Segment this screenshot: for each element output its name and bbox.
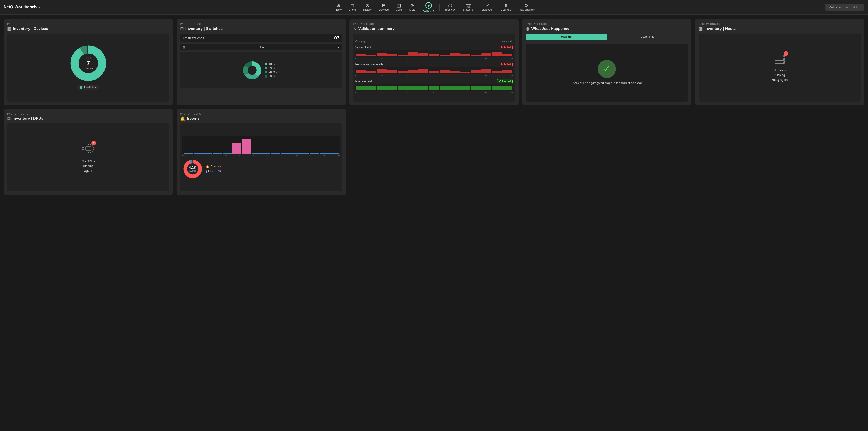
nav-label-card: Card (396, 8, 402, 11)
bar (387, 54, 397, 56)
bar (502, 86, 512, 90)
nav-btn-clear[interactable]: ⊗ Clear (406, 2, 419, 13)
x-label: 16 (407, 57, 409, 59)
nav-label-refresh: Refresh ▾ (423, 9, 434, 12)
switches-content: Fresh switches 07 ⊟ Disk ▾ (180, 34, 342, 89)
disk-label-2: 28.00 GB (269, 71, 280, 74)
snapshot-icon: 📷 (466, 3, 471, 8)
bar (492, 86, 502, 90)
error-count: 4k (218, 165, 221, 168)
legend-dot (80, 87, 82, 89)
info-icon: ℹ (206, 170, 207, 173)
nav-btn-topology[interactable]: ⬡ Topology (441, 2, 459, 13)
tab-errors[interactable]: 0 Errors (526, 34, 607, 40)
events-legend: 🔥 Error 4k ℹ Info 37 (206, 165, 221, 173)
nav-btn-refresh[interactable]: ⊛ Refresh ▾ (420, 1, 437, 13)
bar (450, 53, 460, 56)
events-chart: 08 10 12 14 16 18 20 22 00 02 04 06 (182, 136, 340, 157)
topology-icon: ⬡ (448, 3, 452, 8)
x-label: 20 (433, 74, 435, 76)
devices-donut-center: Total 7 Devices (84, 57, 93, 70)
bar (203, 153, 212, 154)
bar (429, 86, 439, 90)
switches-title: ⊟ Inventory | Switches (180, 26, 342, 31)
bar (439, 86, 450, 90)
card-inventory-switches: Past 24 hours ⊟ Inventory | Switches Fre… (177, 19, 346, 105)
bar (460, 72, 470, 73)
bar (492, 53, 502, 56)
bar (271, 153, 280, 154)
history-icon: ⊙ (366, 3, 369, 8)
x-label: 08 (355, 57, 358, 59)
disk-label-3: 30 GB (269, 75, 276, 78)
bar (356, 70, 366, 73)
bar (492, 71, 502, 73)
nav-btn-validation[interactable]: ✓ Validation (478, 2, 497, 13)
bar (450, 86, 460, 90)
bar (418, 69, 429, 73)
x-label: 08 (510, 74, 513, 76)
events-bottom: 4.1K Events 🔥 Error 4k ℹ Info 37 (182, 159, 340, 179)
status-badge-2: ✓ Passed (497, 79, 513, 84)
disk-dot-0 (265, 63, 267, 65)
bar (502, 54, 512, 56)
x-label: 16 (407, 91, 409, 93)
disk-label-1: 39 GB (269, 67, 276, 70)
x-label: 08 (355, 74, 358, 76)
card-validation-summary: Past 24 hours ∿ Validation summary Categ… (349, 19, 519, 105)
nav-btn-history[interactable]: ⊙ History (360, 2, 375, 13)
disk-legend-item-3: 30 GB (265, 75, 280, 78)
disk-filter[interactable]: ⊟ Disk ▾ (180, 44, 342, 50)
bar (223, 153, 232, 154)
validation-title: ∿ Validation summary (353, 26, 515, 31)
nav-btn-devices[interactable]: ⊞ Devices (376, 2, 392, 13)
validation-timeframe: Past 24 hours (353, 23, 515, 25)
validation-table: Category Last check System health ⊗ Fail… (355, 39, 513, 96)
nav-btn-new[interactable]: ⊕ New (333, 2, 345, 13)
x-labels-2: 08 12 16 20 00 04 08 (355, 91, 513, 94)
tab-warnings[interactable]: 0 Warnings (607, 34, 688, 40)
x-label: 00 (459, 57, 461, 59)
x-label: 00 (295, 154, 298, 157)
disk-dot-1 (265, 67, 267, 69)
disk-legend-item-1: 39 GB (265, 67, 280, 70)
nav-btn-clone[interactable]: ◻ Clone (346, 2, 359, 13)
x-label: 18 (253, 154, 255, 157)
bar (481, 69, 491, 73)
main-content: Past 24 hours ▦ Inventory | Devices Tota… (0, 14, 868, 200)
card-inventory-dpus: Past 24 hours ⊡ Inventory | DPUs (4, 109, 173, 195)
bar (290, 153, 300, 154)
hosts-message: No hosts running NetQ agent (772, 68, 788, 82)
nav-btn-flow-analysis[interactable]: ⟳ Flow analysis (515, 2, 538, 13)
bar (366, 55, 376, 56)
switches-header: Past 24 hours ⊟ Inventory | Switches (180, 23, 342, 31)
dpu-error-badge: ! (91, 141, 96, 145)
x-label: 06 (338, 154, 340, 157)
dpus-timeframe: Past 24 hours (7, 112, 169, 115)
filter-label: Disk (259, 45, 265, 49)
row-label-0: System health (355, 46, 373, 49)
x-label: 04 (485, 74, 487, 76)
nav-btn-card[interactable]: ◫ Card (393, 2, 405, 13)
disk-donut (242, 60, 262, 80)
dpus-header: Past 24 hours ⊡ Inventory | DPUs (7, 112, 169, 121)
upgrade-icon: ⬆ (504, 3, 508, 8)
bar (377, 69, 387, 73)
wjh-title: ◉ What Just Happened (526, 26, 688, 31)
validation-header: Past 24 hours ∿ Validation summary (353, 23, 515, 31)
nav-btn-upgrade[interactable]: ⬆ Upgrade (497, 2, 514, 13)
bar (377, 86, 387, 90)
validation-row-2: Interface health ✓ Passed (355, 79, 513, 94)
bar (319, 153, 329, 154)
nav-btn-snapshot[interactable]: 📷 Snapshot (460, 2, 478, 13)
disk-dot-2 (265, 71, 267, 73)
hosts-no-agent: ! No hosts running NetQ agent (772, 53, 788, 82)
topnav: NetQ Workbench ▾ ⊕ New ◻ Clone ⊙ History… (0, 0, 868, 14)
devices-legend: 7 switches (78, 85, 99, 90)
bar (366, 71, 376, 73)
total-label: Total (84, 57, 93, 60)
brand[interactable]: NetQ Workbench ▾ (4, 5, 40, 9)
x-label: 10 (196, 154, 199, 157)
x-label: 08 (355, 91, 358, 93)
bar (387, 70, 397, 73)
